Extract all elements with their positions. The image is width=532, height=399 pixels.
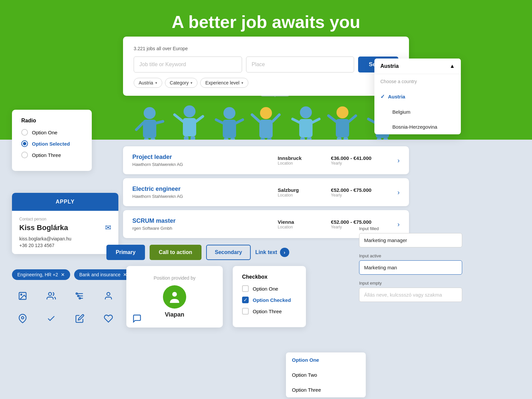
job-location-label: Location: [278, 193, 331, 198]
job-salary: €52.000 - €75.000 Yearly: [331, 187, 397, 198]
job-company: Hawthorn Stahlwerekn AG: [132, 194, 278, 199]
svg-line-27: [313, 119, 319, 122]
mail-icon[interactable]: ✉: [105, 223, 111, 232]
link-button[interactable]: Link text ›: [255, 248, 289, 257]
job-title: Electric engineer: [132, 186, 278, 193]
dropdown-placeholder: Choose a country: [374, 74, 461, 89]
job-company: Hawthorn Stahlwerekn AG: [132, 162, 278, 167]
svg-rect-17: [230, 138, 235, 140]
svg-point-18: [260, 107, 272, 119]
link-button-label: Link text: [255, 249, 277, 255]
category-filter[interactable]: Category ▾: [165, 78, 198, 88]
checkbox-title: Checkbox: [242, 274, 297, 280]
position-label: Position provided by: [134, 275, 215, 281]
job-city: Innsbruck: [278, 155, 331, 161]
job-company: rgen Software Gmbh: [132, 226, 278, 231]
checkbox-option-three-label: Option Three: [253, 309, 282, 314]
people-icon[interactable]: [45, 290, 57, 302]
buttons-row: Primary Call to action Secondary Link te…: [106, 245, 289, 260]
image-icon[interactable]: [17, 290, 29, 302]
job-title: SCRUM master: [132, 217, 278, 224]
position-company: Viapan: [134, 311, 215, 318]
person-icon[interactable]: [102, 290, 114, 302]
svg-rect-29: [307, 137, 312, 140]
tags-row: Engineering, HR +2 ✕ Bank and insurance …: [12, 269, 132, 280]
job-info: Electric engineer Hawthorn Stahlwerekn A…: [132, 186, 278, 199]
chevron-down-icon: ▾: [191, 81, 193, 85]
search-card: 3.221 jobs all over Europe Search Austri…: [123, 37, 409, 96]
radio-option-selected[interactable]: Option Selected: [21, 140, 82, 147]
country-filter[interactable]: Austria ▾: [134, 78, 162, 88]
edit-icon[interactable]: [74, 313, 86, 325]
tag-close-icon[interactable]: ✕: [61, 272, 65, 277]
contact-email: kiss.boglarka@viapan.hu: [19, 236, 111, 241]
input-filled[interactable]: [359, 233, 462, 247]
apply-button[interactable]: APPLY: [12, 193, 118, 211]
cta-button[interactable]: Call to action: [150, 245, 201, 260]
icon-row-2: [17, 313, 143, 325]
position-logo: [163, 285, 186, 309]
radio-widget: Radio Option One Option Selected Option …: [12, 110, 92, 171]
location-icon[interactable]: [17, 313, 29, 325]
svg-rect-28: [300, 137, 305, 140]
svg-point-12: [223, 107, 235, 119]
job-card[interactable]: Project leader Hawthorn Stahlwerekn AG I…: [123, 146, 409, 174]
bottom-dropdown-item-one[interactable]: Option One: [286, 352, 366, 367]
svg-rect-31: [336, 119, 349, 137]
input-active[interactable]: [359, 260, 462, 275]
svg-rect-23: [267, 138, 272, 140]
svg-rect-4: [144, 138, 149, 140]
secondary-button[interactable]: Secondary: [206, 245, 251, 260]
bottom-dropdown-item-label: Option Two: [292, 372, 317, 378]
radio-option-one[interactable]: Option One: [21, 129, 82, 136]
dropdown-item-bosnia[interactable]: Bosnia-Herzegovina: [374, 119, 461, 134]
place-input[interactable]: [246, 57, 354, 72]
svg-line-21: [273, 115, 279, 121]
svg-point-30: [336, 106, 348, 118]
contact-card: APPLY Contact person Kiss Boglárka ✉ kis…: [12, 193, 118, 254]
job-location-label: Location: [278, 225, 331, 229]
input-empty-label: Input empty: [359, 281, 462, 286]
check-icon: ✓: [380, 93, 385, 100]
svg-rect-1: [143, 120, 156, 138]
checkbox-option-one[interactable]: Option One: [242, 285, 297, 292]
tag-engineering[interactable]: Engineering, HR +2 ✕: [12, 269, 70, 280]
radio-title: Radio: [21, 118, 82, 124]
job-salary-range: €52.000 - €75.000: [331, 187, 397, 193]
chat-icon[interactable]: [131, 313, 143, 325]
radio-option-three-label: Option Three: [32, 152, 61, 158]
checkbox-option-checked[interactable]: ✓ Option Checked: [242, 297, 297, 303]
dropdown-item-austria[interactable]: ✓ Austria: [374, 89, 461, 104]
check-circle-icon[interactable]: [45, 313, 57, 325]
svg-line-32: [329, 116, 336, 121]
dropdown-header[interactable]: Austria ▲: [374, 59, 461, 74]
job-location: Innsbruck Location: [278, 155, 331, 166]
bottom-dropdown-item-three[interactable]: Option Three: [286, 382, 366, 397]
tag-bank[interactable]: Bank and insurance ✕: [74, 269, 133, 280]
radio-circle-three: [21, 152, 28, 158]
keyword-input[interactable]: [134, 57, 242, 72]
job-info: SCRUM master rgen Software Gmbh: [132, 217, 278, 231]
bottom-dropdown-item-two[interactable]: Option Two: [286, 367, 366, 382]
dropdown-item-belgium[interactable]: Belgium: [374, 104, 461, 119]
heart-icon[interactable]: [102, 313, 114, 325]
job-salary-range: €52.000 - €75.000: [331, 219, 397, 225]
checkbox-option-three[interactable]: Option Three: [242, 308, 297, 315]
job-location: Vienna Location: [278, 219, 331, 229]
job-card[interactable]: Electric engineer Hawthorn Stahlwerekn A…: [123, 178, 409, 206]
settings-icon[interactable]: [74, 290, 86, 302]
job-arrow-icon[interactable]: ›: [397, 189, 400, 196]
experience-filter[interactable]: Experience level ▾: [200, 78, 248, 88]
chevron-up-icon: ▲: [450, 63, 455, 69]
radio-circle-one: [21, 129, 28, 136]
radio-option-three[interactable]: Option Three: [21, 152, 82, 158]
svg-line-33: [349, 116, 356, 121]
job-arrow-icon[interactable]: ›: [397, 157, 400, 164]
svg-rect-22: [260, 138, 265, 140]
bottom-dropdown-item-label: Option Three: [292, 387, 321, 393]
input-empty[interactable]: [359, 288, 462, 302]
dropdown-item-label: Bosnia-Herzegovina: [392, 124, 437, 130]
search-inputs-row: Search: [134, 57, 398, 72]
primary-button[interactable]: Primary: [106, 245, 145, 260]
svg-line-3: [156, 121, 163, 123]
